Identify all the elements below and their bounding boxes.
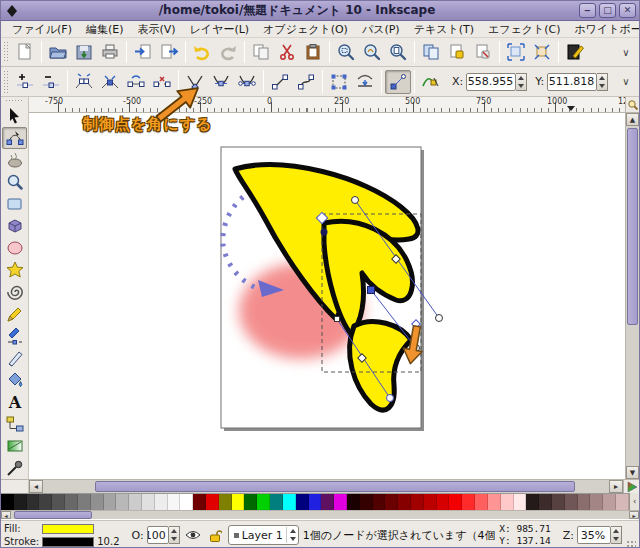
canvas[interactable]: 制御点を角にする: [29, 113, 625, 479]
palette-swatch[interactable]: [296, 494, 309, 510]
zoom-selection-button[interactable]: [333, 40, 359, 64]
import-button[interactable]: [130, 40, 156, 64]
palette-scrollbar-thumb[interactable]: [14, 511, 92, 519]
palette-swatch[interactable]: [14, 494, 27, 510]
window-resize-grip[interactable]: [626, 540, 636, 548]
palette-swatch[interactable]: [514, 494, 527, 510]
node-y-input[interactable]: 511.818: [547, 73, 597, 91]
scroll-down-button[interactable]: ▼: [626, 466, 639, 479]
palette-scroll-left-icon[interactable]: ‹: [629, 493, 639, 510]
node-x-steppers[interactable]: [516, 73, 527, 91]
palette-swatch[interactable]: [360, 494, 373, 510]
node-x-input[interactable]: 558.955: [466, 73, 516, 91]
palette-swatch[interactable]: [244, 494, 257, 510]
tool-rectangle[interactable]: [2, 193, 27, 215]
menu-item[interactable]: ファイル(F): [5, 21, 79, 38]
fill-and-stroke-button[interactable]: [562, 40, 588, 64]
scroll-left-button[interactable]: ◂: [29, 480, 43, 493]
close-button[interactable]: ✕: [619, 3, 636, 18]
palette-swatch[interactable]: [424, 494, 437, 510]
tool-3d-box[interactable]: [2, 215, 27, 237]
palette-swatch[interactable]: [206, 494, 219, 510]
palette-swatch[interactable]: [180, 494, 193, 510]
palette-swatch[interactable]: [270, 494, 283, 510]
symmetric-node-button[interactable]: [234, 70, 260, 94]
fill-stroke-indicator[interactable]: Fill: Stroke: 10.2: [4, 522, 120, 548]
node-y-steppers[interactable]: [597, 73, 608, 91]
palette-swatch[interactable]: [39, 494, 52, 510]
palette-swatch[interactable]: [168, 494, 181, 510]
horizontal-ruler[interactable]: -750-500-250025050075010001250: [29, 97, 625, 113]
tool-paint-bucket[interactable]: [2, 369, 27, 391]
corner-node-button[interactable]: [182, 70, 208, 94]
palette-swatch[interactable]: [232, 494, 245, 510]
palette-swatch[interactable]: [27, 494, 40, 510]
palette-swatch[interactable]: [590, 494, 603, 510]
new-document-button[interactable]: [12, 40, 38, 64]
toolbar-overflow-chevron[interactable]: ∨: [619, 76, 633, 87]
toolbar-grip[interactable]: [3, 41, 10, 63]
scroll-right-button[interactable]: ▸: [609, 480, 623, 493]
palette-swatch[interactable]: [462, 494, 475, 510]
stroke-color-swatch[interactable]: [42, 537, 94, 547]
palette-swatch[interactable]: [437, 494, 450, 510]
minimize-button[interactable]: ‒: [579, 3, 596, 18]
toolbar-grip[interactable]: [3, 70, 10, 93]
scroll-up-button[interactable]: ▲: [626, 113, 639, 126]
menu-item[interactable]: 表示(V): [131, 21, 183, 38]
opacity-steppers[interactable]: [169, 526, 180, 544]
palette-swatch[interactable]: [309, 494, 322, 510]
tool-node-editor[interactable]: [2, 127, 27, 149]
palette-swatch[interactable]: [488, 494, 501, 510]
palette-swatch[interactable]: [52, 494, 65, 510]
palette-scroll-left-button[interactable]: ◂: [1, 511, 11, 519]
tool-text[interactable]: A: [2, 391, 27, 413]
paste-button[interactable]: [300, 40, 326, 64]
toolbar-overflow-chevron[interactable]: ∨: [619, 47, 633, 58]
toolbox-grip[interactable]: [5, 99, 24, 103]
palette-swatch[interactable]: [334, 494, 347, 510]
redo-button[interactable]: [215, 40, 241, 64]
xml-editor-button[interactable]: [529, 40, 555, 64]
palette-swatch[interactable]: [78, 494, 91, 510]
paste-path-effect-button[interactable]: [418, 70, 444, 94]
vertical-scrollbar[interactable]: [626, 126, 639, 466]
tool-spiral[interactable]: [2, 281, 27, 303]
tool-calligraphy[interactable]: [2, 347, 27, 369]
tool-selector[interactable]: [2, 105, 27, 127]
undo-button[interactable]: [189, 40, 215, 64]
palette-swatch[interactable]: [283, 494, 296, 510]
menu-item[interactable]: レイヤー(L): [183, 21, 257, 38]
palette-swatch[interactable]: [91, 494, 104, 510]
copy-button[interactable]: [248, 40, 274, 64]
tool-zoom[interactable]: [2, 171, 27, 193]
palette-swatch[interactable]: [526, 494, 539, 510]
export-button[interactable]: [156, 40, 182, 64]
zoom-page-button[interactable]: [385, 40, 411, 64]
titlebar[interactable]: /home/tokoi/無題ドキュメント 10 - Inkscape ‒ □ ✕: [1, 1, 639, 21]
menu-item[interactable]: テキスト(T): [407, 21, 481, 38]
zoom-steppers[interactable]: [611, 526, 622, 544]
save-document-button[interactable]: [71, 40, 97, 64]
fill-color-swatch[interactable]: [42, 524, 94, 534]
opacity-input[interactable]: 100: [147, 526, 169, 544]
ruler-corner-zoom-icon[interactable]: [626, 97, 639, 113]
tool-dropper[interactable]: [2, 457, 27, 479]
palette-swatch[interactable]: [385, 494, 398, 510]
layer-selector[interactable]: Layer 1: [228, 525, 299, 545]
palette-swatch[interactable]: [552, 494, 565, 510]
menu-item[interactable]: エフェクト(C): [481, 21, 568, 38]
maximize-button[interactable]: □: [599, 3, 616, 18]
print-button[interactable]: [97, 40, 123, 64]
unlink-clone-button[interactable]: [470, 40, 496, 64]
palette-swatch[interactable]: [129, 494, 142, 510]
palette-swatch[interactable]: [1, 494, 14, 510]
tool-star[interactable]: [2, 259, 27, 281]
menu-item[interactable]: パス(P): [355, 21, 407, 38]
menu-item[interactable]: ホワイトボード(B): [568, 21, 640, 38]
zoom-drawing-button[interactable]: [359, 40, 385, 64]
delete-segment-button[interactable]: [149, 70, 175, 94]
palette-swatch[interactable]: [321, 494, 334, 510]
palette-swatch[interactable]: [475, 494, 488, 510]
tool-pencil[interactable]: [2, 303, 27, 325]
